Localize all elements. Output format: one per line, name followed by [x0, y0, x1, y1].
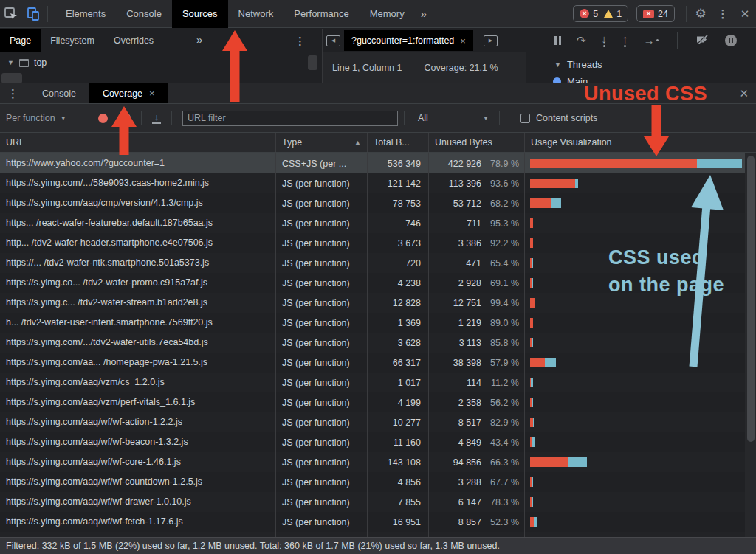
table-scrollbar[interactable]	[745, 153, 756, 537]
scrollbar-thumb[interactable]	[747, 156, 755, 442]
main-tab-performance[interactable]: Performance	[284, 0, 359, 28]
main-tab-network[interactable]: Network	[228, 0, 284, 28]
table-row[interactable]: https://s.yimg.com/.../tdv2-wafer-utils.…	[0, 333, 756, 353]
table-row[interactable]: https://s.yimg.com/aaq/wf/wf-drawer-1.0.…	[0, 492, 756, 512]
close-drawer-icon[interactable]: ✕	[739, 87, 749, 100]
row-unused-bytes: 8 85752.3 %	[428, 512, 524, 532]
row-total-bytes: 1 369	[367, 313, 428, 333]
navigator-forward-icon[interactable]: ▶	[484, 35, 498, 46]
coverage-table-body: https://www.yahoo.com/?guccounter=1CSS+J…	[0, 153, 756, 537]
row-total-bytes: 7 855	[367, 492, 428, 512]
table-row[interactable]: https://s.yimg.com/aaq/wf/wf-form-1.28.4…	[0, 532, 756, 537]
editor-tab-guccounter[interactable]: ?guccounter=1:formatted ×	[344, 30, 473, 51]
usage-bar	[530, 159, 742, 168]
navigator-more-tabs-icon[interactable]: »	[190, 33, 208, 46]
nav-tab-overrides[interactable]: Overrides	[104, 29, 163, 52]
pause-script-icon[interactable]	[554, 36, 561, 45]
settings-gear-icon[interactable]: ⚙	[690, 3, 712, 25]
threads-section-header[interactable]: ▼ Threads	[526, 52, 756, 70]
table-row[interactable]: https://s.yimg.com/aaq/wf/wf-action-1.2.…	[0, 412, 756, 432]
column-header-usage-visualization[interactable]: Usage Visualization	[524, 133, 756, 152]
column-header-url[interactable]: URL	[0, 133, 275, 152]
pause-on-exceptions-icon[interactable]	[725, 35, 737, 46]
table-row[interactable]: https://s.yimg.com/aaq/vzm/perf-vitals_1…	[0, 392, 756, 412]
column-header-type[interactable]: Type ▲	[275, 133, 367, 152]
close-devtools-icon[interactable]: ✕	[734, 3, 756, 25]
toolbar-divider	[686, 6, 687, 22]
unused-bytes-bar-segment	[530, 198, 551, 208]
row-total-bytes: 14 495	[367, 532, 428, 537]
row-usage-visualization	[524, 373, 756, 392]
usage-bar	[530, 457, 587, 467]
table-row[interactable]: https://... /tdv2-wafer-ntk.smartphone.5…	[0, 253, 756, 273]
inspect-element-icon[interactable]	[0, 3, 22, 25]
thread-item-main[interactable]: Main	[526, 70, 756, 83]
unused-bytes-value: 113 396	[449, 179, 481, 189]
coverage-status-bar: Filtered: 332 kB of 1.5 MB (22%) used so…	[0, 537, 756, 554]
coverage-mode-select[interactable]: Per function ▼	[6, 113, 79, 123]
device-toolbar-icon[interactable]	[22, 3, 44, 25]
chevron-down-icon: ▼	[483, 115, 489, 122]
table-row[interactable]: https://s.yimg.com/aaq/wf/wf-fetch-1.17.…	[0, 512, 756, 532]
unused-percent: 67.7 %	[481, 477, 519, 488]
usage-bar	[530, 198, 561, 208]
table-row[interactable]: h... /tdv2-wafer-user-intent.smartphone.…	[0, 313, 756, 333]
row-total-bytes: 12 828	[367, 293, 428, 313]
drawer-menu-kebab-icon[interactable]: ⋮	[7, 87, 18, 100]
table-row[interactable]: https://s.yimg.com/aa... /homepage-pwa-1…	[0, 353, 756, 373]
main-tab-elements[interactable]: Elements	[55, 0, 116, 28]
nav-tab-filesystem[interactable]: Filesystem	[41, 29, 104, 52]
row-unused-bytes: 4 84943.4 %	[428, 432, 524, 452]
main-tab-console[interactable]: Console	[116, 0, 172, 28]
table-row[interactable]: http... /tdv2-wafer-header.smartphone.e4…	[0, 233, 756, 253]
row-unused-bytes: 113 39693.6 %	[428, 173, 524, 193]
table-row[interactable]: https... /react-wafer-featurebar.default…	[0, 213, 756, 233]
main-tab-sources[interactable]: Sources	[172, 0, 228, 28]
deactivate-breakpoints-icon[interactable]	[696, 34, 709, 47]
navigator-scrollbar[interactable]	[308, 55, 317, 70]
table-row[interactable]: https://s.yimg.com/aaq/cmp/version/4.1.3…	[0, 193, 756, 213]
toolbar-divider	[404, 111, 405, 125]
table-row[interactable]: https://s.yimg.com/aaq/wf/wf-beacon-1.3.…	[0, 432, 756, 452]
step-over-icon[interactable]: ↷	[577, 35, 586, 46]
navigator-back-icon[interactable]: ◀	[326, 35, 340, 46]
row-url: https://s.yimg.c... /tdv2-wafer-stream.b…	[0, 293, 275, 313]
navigator-menu-kebab-icon[interactable]: ⋮	[295, 35, 306, 48]
column-header-total-bytes[interactable]: Total B...	[367, 133, 428, 152]
step-into-icon[interactable]: ↓	[602, 33, 608, 47]
table-row[interactable]: https://s.yimg.com/aaq/wf/wf-core-1.46.1…	[0, 452, 756, 472]
table-row[interactable]: https://s.yimg.com/aaq/wf/wf-countdown-1…	[0, 472, 756, 492]
unused-bytes-bar-segment	[530, 298, 535, 308]
drawer-tab-coverage[interactable]: Coverage×	[89, 83, 168, 103]
issues-badge[interactable]: ✕ 24	[636, 5, 675, 22]
type-filter-select[interactable]: All ▼	[418, 113, 489, 123]
clear-coverage-icon[interactable]	[120, 113, 131, 123]
export-coverage-icon[interactable]: ↓	[152, 112, 161, 124]
close-tab-icon[interactable]: ×	[460, 35, 466, 46]
step-icon[interactable]: →	[644, 35, 659, 46]
column-header-unused-bytes[interactable]: Unused Bytes	[428, 133, 524, 152]
content-scripts-checkbox[interactable]	[520, 114, 530, 123]
main-tab-memory[interactable]: Memory	[360, 0, 415, 28]
table-row[interactable]: https://s.yimg.com/aaq/vzm/cs_1.2.0.jsJS…	[0, 373, 756, 392]
nav-tab-page[interactable]: Page	[0, 29, 41, 52]
devtools-menu-kebab-icon[interactable]: ⋮	[712, 3, 734, 25]
table-row[interactable]: https://s.yimg.c... /tdv2-wafer-stream.b…	[0, 293, 756, 313]
column-header-type-label: Type	[282, 137, 302, 148]
drawer-tab-console[interactable]: Console	[29, 83, 89, 103]
more-panels-icon[interactable]: »	[415, 7, 433, 20]
tree-item-top[interactable]: ▼ top	[0, 52, 322, 68]
expand-arrow-icon[interactable]: ▼	[7, 59, 14, 66]
row-usage-visualization	[524, 173, 756, 193]
step-out-icon[interactable]: ↑	[622, 33, 628, 47]
table-row[interactable]: https://s.yimg.com/.../58e9093.caas-home…	[0, 173, 756, 193]
console-status-badge[interactable]: ✕ 5 1	[573, 5, 628, 22]
table-row[interactable]: https://www.yahoo.com/?guccounter=1CSS+J…	[0, 153, 756, 173]
usage-bar	[530, 418, 534, 427]
coverage-summary: Coverage: 21.1 %	[425, 63, 498, 73]
row-url: https://s.yimg.com/aaq/wf/wf-countdown-1…	[0, 472, 275, 492]
record-coverage-button[interactable]	[98, 114, 108, 123]
url-filter-input[interactable]	[182, 111, 398, 126]
table-row[interactable]: https://s.yimg.co... /tdv2-wafer-promo.c…	[0, 273, 756, 293]
close-tab-icon[interactable]: ×	[149, 88, 155, 99]
